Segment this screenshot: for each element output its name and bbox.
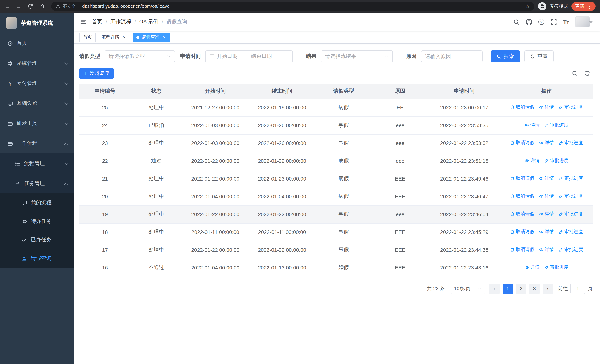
page-size-value: 10条/页: [454, 285, 470, 292]
create-leave-button[interactable]: + 发起请假: [79, 68, 114, 79]
op-detail-link[interactable]: 详情: [539, 140, 554, 146]
op-detail-link[interactable]: 详情: [539, 104, 554, 111]
reset-button[interactable]: 重置: [525, 50, 554, 62]
apply-time-range-picker[interactable]: 开始日期 - 结束日期: [205, 50, 293, 62]
leave-table: 申请编号状态开始时间结束时间请假类型原因申请时间操作 25处理中2021-12-…: [79, 84, 593, 277]
sidebar-item-process-mgmt[interactable]: 流程管理: [0, 153, 74, 173]
cell-apply-id: 18: [79, 223, 131, 241]
cell-apply-time: 2022-01-22 23:43:16: [428, 259, 500, 277]
close-tab-icon[interactable]: ×: [162, 35, 167, 40]
op-progress-link[interactable]: 审批进度: [559, 175, 583, 182]
op-progress-link[interactable]: 审批进度: [559, 229, 583, 235]
logo[interactable]: 芋道管理系统: [0, 13, 74, 33]
help-button[interactable]: ?: [538, 19, 544, 25]
page-size-select[interactable]: 10条/页: [451, 283, 486, 294]
reason-input[interactable]: [425, 53, 478, 59]
op-detail-link[interactable]: 详情: [525, 158, 540, 164]
sidebar-item-home[interactable]: 首页: [0, 33, 74, 53]
op-cancel-link[interactable]: 取消请假: [510, 246, 534, 253]
warning-icon: [56, 4, 60, 9]
reload-button[interactable]: [28, 3, 33, 9]
op-progress-link[interactable]: 审批进度: [559, 193, 583, 199]
sidebar-item-done-tasks[interactable]: 已办任务: [0, 231, 74, 249]
page-button-3[interactable]: 3: [529, 283, 540, 294]
op-cancel-link[interactable]: 取消请假: [510, 193, 534, 199]
op-cancel-link[interactable]: 取消请假: [510, 211, 534, 217]
op-cancel-link[interactable]: 取消请假: [510, 229, 534, 235]
sidebar-item-my-process[interactable]: 我的流程: [0, 194, 74, 212]
user-menu[interactable]: [575, 16, 594, 28]
chevron-down-icon: [478, 286, 482, 291]
forward-button[interactable]: →: [16, 3, 21, 9]
column-header: 开始时间: [182, 84, 249, 99]
security-chip[interactable]: 不安全: [56, 3, 76, 9]
op-cancel-link[interactable]: 取消请假: [510, 104, 534, 111]
chevron-down-icon: [166, 54, 171, 59]
prev-page-button[interactable]: ‹: [489, 283, 500, 294]
sidebar-item-payment[interactable]: ¥支付管理: [0, 73, 74, 93]
eye-icon: [539, 194, 544, 199]
next-page-button[interactable]: ›: [543, 283, 553, 294]
breadcrumb-item[interactable]: 工作流程: [111, 19, 131, 25]
op-progress-link[interactable]: 审批进度: [559, 140, 583, 146]
cell-end-time: 2022-01-13 00:00:00: [249, 259, 315, 277]
cell-apply-time: 2022-01-22 23:46:47: [428, 187, 500, 205]
op-detail-link[interactable]: 详情: [525, 122, 540, 128]
cell-operations: 取消请假详情审批进度: [500, 241, 593, 259]
sidebar-item-todo-tasks[interactable]: 待办任务: [0, 212, 74, 231]
op-detail-link[interactable]: 详情: [539, 246, 554, 253]
breadcrumb-item[interactable]: 首页: [92, 19, 102, 25]
header-search-button[interactable]: [513, 19, 519, 25]
sidebar-item-task-mgmt[interactable]: 任务管理: [0, 173, 74, 194]
browser-menu-icon[interactable]: ⋮: [587, 3, 592, 9]
op-progress-link[interactable]: 审批进度: [559, 246, 583, 253]
breadcrumb-item: 请假查询: [166, 19, 187, 25]
collapse-sidebar-button[interactable]: [80, 19, 87, 25]
page-button-2[interactable]: 2: [516, 283, 526, 294]
home-button[interactable]: [39, 3, 45, 9]
sidebar-item-system[interactable]: 系统管理: [0, 53, 74, 73]
close-tab-icon[interactable]: ×: [122, 35, 127, 40]
op-progress-link[interactable]: 审批进度: [544, 122, 569, 128]
op-cancel-link[interactable]: 取消请假: [510, 175, 534, 182]
op-detail-link[interactable]: 详情: [539, 229, 554, 235]
github-button[interactable]: [526, 19, 532, 25]
op-detail-link[interactable]: 详情: [525, 264, 540, 271]
bookmark-star-icon[interactable]: ☆: [525, 3, 530, 9]
view-tab[interactable]: 首页: [79, 32, 96, 42]
cell-status: 不通过: [131, 259, 182, 277]
sidebar-item-infrastructure[interactable]: 基础设施: [0, 93, 74, 113]
address-bar[interactable]: 不安全 dashboard.yudao.iocoder.cn/bpm/oa/le…: [51, 2, 534, 11]
op-detail-link[interactable]: 详情: [539, 193, 554, 199]
goto-label: 前往: [558, 285, 568, 292]
fullscreen-button[interactable]: [551, 19, 557, 25]
toggle-search-button[interactable]: [572, 70, 578, 76]
refresh-table-button[interactable]: [584, 70, 590, 76]
view-tab[interactable]: 流程详情×: [98, 32, 131, 42]
font-size-button[interactable]: TT: [563, 19, 569, 25]
view-tab[interactable]: 请假查询×: [133, 32, 170, 42]
page-button-1[interactable]: 1: [503, 283, 513, 294]
update-button[interactable]: 更新 ⋮: [572, 2, 596, 11]
goto-page-input[interactable]: [570, 283, 585, 294]
back-button[interactable]: ←: [4, 3, 10, 9]
op-progress-link[interactable]: 审批进度: [559, 104, 583, 111]
cell-apply-time: 2022-01-22 23:46:04: [428, 205, 500, 223]
search-button[interactable]: 搜索: [491, 50, 520, 62]
result-select[interactable]: 请选择流结果: [321, 50, 393, 62]
op-progress-link[interactable]: 审批进度: [544, 158, 569, 164]
sidebar-item-workflow[interactable]: 工作流程: [0, 133, 74, 153]
op-progress-link[interactable]: 审批进度: [544, 264, 569, 271]
top-header: 首页/工作流程/OA 示例/请假查询 ? TT: [74, 13, 600, 31]
op-progress-link[interactable]: 审批进度: [559, 211, 583, 217]
leave-type-select[interactable]: 请选择请假类型: [104, 50, 175, 62]
op-cancel-link[interactable]: 取消请假: [510, 140, 534, 146]
sidebar-item-devtools[interactable]: 研发工具: [0, 113, 74, 133]
column-header: 操作: [500, 84, 593, 99]
op-detail-link[interactable]: 详情: [539, 211, 554, 217]
chevron-up-icon: [63, 181, 69, 186]
op-detail-link[interactable]: 详情: [539, 175, 554, 182]
sidebar-item-leave-query[interactable]: 请假查询: [0, 249, 74, 268]
pagination: 共 23 条 10条/页 ‹ 123 › 前往 页: [79, 283, 593, 294]
breadcrumb-item[interactable]: OA 示例: [139, 19, 159, 25]
